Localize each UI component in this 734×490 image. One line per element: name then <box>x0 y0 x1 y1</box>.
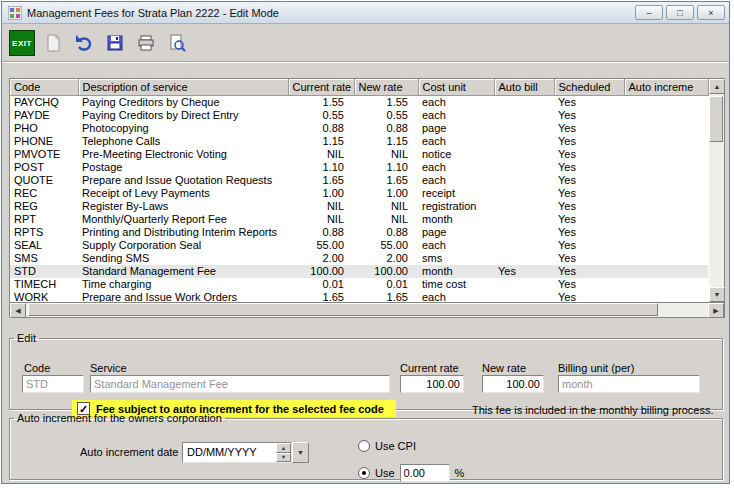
new-document-button[interactable] <box>40 30 66 56</box>
maximize-button[interactable]: □ <box>666 5 694 20</box>
cell-description: Monthly/Quarterly Report Fee <box>78 213 288 226</box>
scroll-up-button[interactable]: ▲ <box>709 79 725 94</box>
maximize-icon: □ <box>677 8 682 18</box>
table-row[interactable]: PMVOTEPre-Meeting Electronic VotingNILNI… <box>10 148 708 161</box>
column-header-cost-unit[interactable]: Cost unit <box>418 79 494 95</box>
horizontal-scrollbar-thumb[interactable] <box>28 303 658 316</box>
table-row[interactable]: POSTPostage1.101.10eachYes <box>10 161 708 174</box>
cell-auto-increment <box>624 226 708 239</box>
percent-field[interactable] <box>400 464 450 482</box>
column-header-auto-increment[interactable]: Auto increme <box>624 79 708 95</box>
cell-current-rate: 1.00 <box>288 187 354 200</box>
cell-new-rate: 0.55 <box>354 109 418 122</box>
table-row[interactable]: PAYCHQPaying Creditors by Cheque1.551.55… <box>10 95 708 109</box>
table-row[interactable]: PHONETelephone Calls1.151.15eachYes <box>10 135 708 148</box>
cell-new-rate: 1.15 <box>354 135 418 148</box>
table-row[interactable]: SMSSending SMS2.002.00smsYes <box>10 252 708 265</box>
cell-new-rate: 100.00 <box>354 265 418 278</box>
cell-current-rate: 100.00 <box>288 265 354 278</box>
table-row[interactable]: REGRegister By-LawsNILNILregistrationYes <box>10 200 708 213</box>
table-row[interactable]: RECReceipt of Levy Payments1.001.00recei… <box>10 187 708 200</box>
table-row[interactable]: STDStandard Management Fee100.00100.00mo… <box>10 265 708 278</box>
new-document-icon <box>43 33 63 53</box>
use-percent-radio[interactable] <box>358 467 370 479</box>
billing-unit-label: Billing unit (per) <box>558 362 634 374</box>
auto-increment-date-field[interactable]: DD/MM/YYYY ▲ ▼ <box>182 442 292 463</box>
cell-new-rate: 1.10 <box>354 161 418 174</box>
scroll-right-button[interactable]: ▶ <box>708 303 724 318</box>
vertical-scrollbar-track[interactable] <box>709 94 724 287</box>
use-cpi-option[interactable]: Use CPI <box>358 440 416 452</box>
horizontal-scrollbar-track[interactable] <box>26 303 708 317</box>
save-button[interactable] <box>102 30 128 56</box>
table-row[interactable]: RPTMonthly/Quarterly Report FeeNILNILmon… <box>10 213 708 226</box>
current-rate-field[interactable] <box>400 375 464 393</box>
edit-section: Edit Code Service Current rate New rate … <box>9 332 723 410</box>
vertical-scrollbar-thumb[interactable] <box>709 96 723 142</box>
column-header-description[interactable]: Description of service <box>78 79 288 95</box>
cell-code: TIMECH <box>10 278 78 291</box>
column-header-scheduled[interactable]: Scheduled <box>554 79 624 95</box>
cell-new-rate: 1.55 <box>354 95 418 109</box>
service-label: Service <box>90 362 127 374</box>
column-header-auto-bill[interactable]: Auto bill <box>494 79 554 95</box>
table-row[interactable]: TIMECHTime charging0.010.01time costYes <box>10 278 708 291</box>
cell-auto-bill <box>494 213 554 226</box>
minimize-icon: – <box>646 8 651 18</box>
cell-new-rate: 0.88 <box>354 122 418 135</box>
table-row[interactable]: WORKPrepare and Issue Work Orders1.651.6… <box>10 291 708 304</box>
cell-description: Photocopying <box>78 122 288 135</box>
date-spinner: ▲ ▼ <box>276 443 291 462</box>
horizontal-scrollbar[interactable]: ◀ ▶ <box>9 303 725 318</box>
table-row[interactable]: SEALSupply Corporation Seal55.0055.00eac… <box>10 239 708 252</box>
cell-current-rate: 0.55 <box>288 109 354 122</box>
cell-code: SEAL <box>10 239 78 252</box>
cell-auto-bill: Yes <box>494 265 554 278</box>
cell-code: RPT <box>10 213 78 226</box>
cell-cost-unit: month <box>418 213 494 226</box>
window-title: Management Fees for Strata Plan 2222 - E… <box>27 7 635 19</box>
cell-scheduled: Yes <box>554 122 624 135</box>
cell-description: Supply Corporation Seal <box>78 239 288 252</box>
column-header-new-rate[interactable]: New rate <box>354 79 418 95</box>
cell-scheduled: Yes <box>554 135 624 148</box>
cell-description: Pre-Meeting Electronic Voting <box>78 148 288 161</box>
cell-description: Paying Creditors by Direct Entry <box>78 109 288 122</box>
header-row: Code Description of service Current rate… <box>10 79 708 95</box>
vertical-scrollbar[interactable]: ▲ ▼ <box>709 78 725 303</box>
use-cpi-radio[interactable] <box>358 440 370 452</box>
scroll-down-button[interactable]: ▼ <box>709 287 725 302</box>
cell-description: Time charging <box>78 278 288 291</box>
minimize-button[interactable]: – <box>635 5 663 20</box>
cell-description: Prepare and Issue Work Orders <box>78 291 288 304</box>
cell-cost-unit: page <box>418 226 494 239</box>
table-row[interactable]: PHOPhotocopying0.880.88pageYes <box>10 122 708 135</box>
cell-auto-increment <box>624 252 708 265</box>
cell-scheduled: Yes <box>554 109 624 122</box>
table-row[interactable]: QUOTEPrepare and Issue Quotation Request… <box>10 174 708 187</box>
table-row[interactable]: PAYDEPaying Creditors by Direct Entry0.5… <box>10 109 708 122</box>
exit-button[interactable]: EXIT <box>9 30 35 56</box>
column-header-current-rate[interactable]: Current rate <box>288 79 354 95</box>
new-rate-field[interactable] <box>482 375 544 393</box>
spin-down-button[interactable]: ▼ <box>276 453 291 463</box>
spin-up-button[interactable]: ▲ <box>276 443 291 453</box>
cell-cost-unit: month <box>418 265 494 278</box>
use-percent-option[interactable]: Use % <box>358 464 464 482</box>
date-dropdown-button[interactable]: ▼ <box>292 442 309 463</box>
preview-button[interactable] <box>164 30 190 56</box>
close-button[interactable]: × <box>697 5 725 20</box>
cell-auto-bill <box>494 109 554 122</box>
column-header-code[interactable]: Code <box>10 79 78 95</box>
cell-scheduled: Yes <box>554 252 624 265</box>
table-row[interactable]: RPTSPrinting and Distributing Interim Re… <box>10 226 708 239</box>
undo-button[interactable] <box>71 30 97 56</box>
cell-description: Telephone Calls <box>78 135 288 148</box>
use-label: Use <box>375 467 395 479</box>
scroll-left-button[interactable]: ◀ <box>10 303 26 318</box>
cell-scheduled: Yes <box>554 291 624 304</box>
cell-scheduled: Yes <box>554 278 624 291</box>
cell-new-rate: 1.65 <box>354 174 418 187</box>
print-button[interactable] <box>133 30 159 56</box>
cell-code: PHONE <box>10 135 78 148</box>
